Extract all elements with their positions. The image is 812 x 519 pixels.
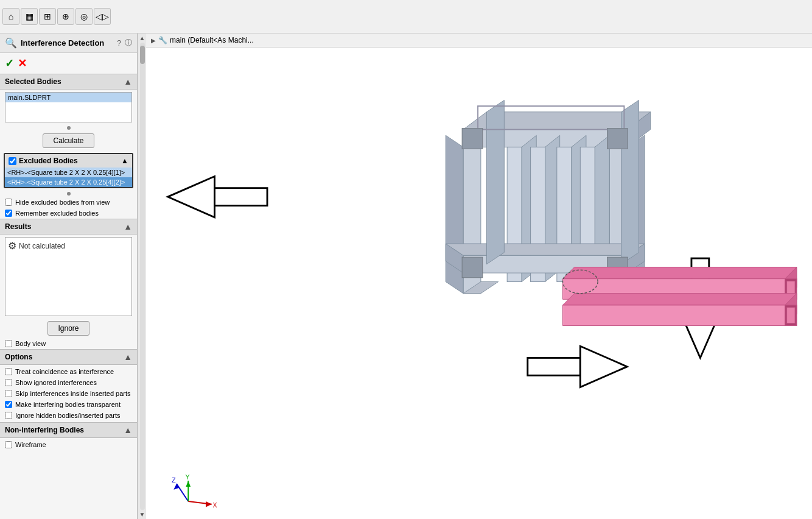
remember-excluded-row: Remember excluded bodies — [0, 208, 137, 219]
tree-expand-icon[interactable]: ▶ — [151, 37, 156, 44]
remember-excluded-label: Remember excluded bodies — [15, 210, 99, 217]
show-ignored-label: Show ignored interferences — [15, 379, 97, 386]
body-view-row: Body view — [0, 338, 137, 349]
scrollbar-down[interactable]: ▼ — [139, 511, 145, 518]
svg-rect-44 — [787, 308, 795, 323]
ignore-hidden-checkbox[interactable] — [5, 412, 12, 419]
toolbar-icon-grid[interactable]: ▦ — [21, 8, 38, 25]
make-interfering-label: Make interfering bodies transparent — [15, 401, 121, 408]
svg-marker-41 — [562, 305, 785, 326]
calculate-button[interactable]: Calculate — [43, 133, 94, 148]
panel-wrapper: 🔍 Interference Detection ? ⓘ ✓ ✕ Selecte… — [0, 34, 146, 519]
excluded-bodies-list[interactable]: <RH>-<Square tube 2 X 2 X 0.25[4][1]> <R… — [5, 168, 132, 187]
hide-excluded-row: Hide excluded bodies from view — [0, 197, 137, 208]
options-header: Options ▲ — [0, 349, 137, 365]
model-back-bar-left — [486, 101, 504, 264]
excluded-item-2[interactable]: <RH>-<Square tube 2 X 2 X 0.25[4][2]> — [5, 177, 132, 187]
help-icon[interactable]: ? — [117, 39, 121, 48]
svg-rect-3 — [528, 358, 581, 375]
top-toolbar: ⌂ ▦ ⊞ ⊕ ◎ ◁▷ — [0, 0, 812, 34]
reject-button[interactable]: ✕ — [18, 57, 27, 70]
results-title: Results — [5, 222, 31, 231]
excluded-collapse[interactable]: ▲ — [121, 157, 128, 165]
tree-label: main (Default<As Machi... — [170, 36, 254, 44]
show-ignored-checkbox[interactable] — [5, 379, 12, 386]
toolbar-icon-home[interactable]: ⌂ — [2, 8, 19, 25]
body-view-label: Body view — [15, 340, 46, 347]
toolbar-icon-crosshair[interactable]: ⊕ — [57, 8, 74, 25]
panel-icon: 🔍 — [5, 37, 17, 49]
excluded-item-1[interactable]: <RH>-<Square tube 2 X 2 X 0.25[4][1]> — [5, 168, 132, 177]
result-icon: ⚙ — [8, 240, 16, 252]
skip-interferences-row: Skip interferences inside inserted parts — [0, 388, 137, 399]
svg-marker-27 — [446, 244, 645, 255]
wireframe-checkbox[interactable] — [5, 441, 12, 448]
ignore-hidden-label: Ignore hidden bodies/inserted parts — [15, 412, 120, 419]
svg-marker-40 — [562, 294, 797, 305]
svg-rect-2 — [215, 188, 268, 206]
panel-header: 🔍 Interference Detection ? ⓘ — [0, 34, 137, 53]
treat-coincidence-label: Treat coincidence as interference — [15, 368, 114, 375]
svg-rect-32 — [607, 129, 628, 149]
ignore-button[interactable]: Ignore — [47, 321, 89, 336]
toolbar-icons: ⌂ ▦ ⊞ ⊕ ◎ ◁▷ — [2, 8, 111, 25]
svg-marker-28 — [486, 101, 504, 264]
non-interfering-title: Non-interfering Bodies — [5, 426, 84, 434]
options-title: Options — [5, 353, 32, 361]
excluded-bodies-header: Excluded Bodies ▲ — [5, 154, 132, 168]
options-section: Treat coincidence as interference Show i… — [0, 365, 137, 422]
hide-excluded-checkbox[interactable] — [5, 199, 12, 206]
toolbar-icon-circle[interactable]: ◎ — [75, 8, 93, 25]
selected-bodies-collapse[interactable]: ▲ — [124, 77, 132, 86]
svg-text:Y: Y — [185, 473, 189, 481]
toolbar-icon-arrows[interactable]: ◁▷ — [94, 8, 111, 25]
treat-coincidence-row: Treat coincidence as interference — [0, 366, 137, 377]
not-calculated: ⚙ Not calculated — [8, 240, 65, 252]
main-container: 🔍 Interference Detection ? ⓘ ✓ ✕ Selecte… — [0, 34, 812, 519]
wireframe-row: Wireframe — [0, 439, 137, 450]
scroll-dot — [67, 126, 71, 130]
skip-interferences-label: Skip interferences inside inserted parts — [15, 390, 131, 397]
treat-coincidence-checkbox[interactable] — [5, 368, 12, 375]
skip-interferences-checkbox[interactable] — [5, 390, 12, 397]
excluded-bodies-section: Excluded Bodies ▲ <RH>-<Square tube 2 X … — [4, 153, 133, 188]
svg-rect-33 — [462, 257, 483, 278]
excluded-checkbox[interactable] — [9, 157, 16, 165]
action-buttons: ✓ ✕ — [0, 53, 137, 74]
selected-bodies-header: Selected Bodies ▲ — [0, 74, 137, 90]
scrollbar-thumb[interactable] — [140, 46, 145, 64]
ignore-hidden-row: Ignore hidden bodies/inserted parts — [0, 410, 137, 421]
pink-tube-2 — [562, 294, 797, 326]
scroll-indicator-2 — [0, 191, 137, 197]
selected-body-item[interactable]: main.SLDPRT — [5, 93, 131, 102]
selected-bodies-list[interactable]: main.SLDPRT — [5, 92, 132, 122]
wireframe-label: Wireframe — [15, 441, 46, 448]
make-interfering-checkbox[interactable] — [5, 401, 12, 408]
results-collapse[interactable]: ▲ — [124, 222, 132, 231]
toolbar-icon-table[interactable]: ⊞ — [39, 8, 56, 25]
remember-excluded-checkbox[interactable] — [5, 210, 12, 217]
excluded-bodies-title: Excluded Bodies — [19, 157, 78, 165]
make-interfering-row: Make interfering bodies transparent — [0, 399, 137, 410]
svg-text:X: X — [213, 501, 217, 509]
viewport-3d: Z X Y — [146, 48, 812, 516]
scroll-dot-2 — [67, 192, 71, 196]
options-collapse[interactable]: ▲ — [124, 352, 132, 362]
model-svg: Z X Y — [146, 48, 812, 516]
tree-icon: 🔧 — [158, 36, 167, 44]
body-view-checkbox[interactable] — [5, 340, 12, 347]
non-interfering-collapse[interactable]: ▲ — [124, 425, 132, 435]
scrollbar-up[interactable]: ▲ — [139, 35, 145, 41]
svg-marker-35 — [562, 267, 797, 278]
left-panel: 🔍 Interference Detection ? ⓘ ✓ ✕ Selecte… — [0, 34, 138, 519]
svg-text:Z: Z — [172, 476, 176, 484]
non-interfering-section: Wireframe — [0, 438, 137, 451]
info-icon[interactable]: ⓘ — [125, 38, 132, 48]
accept-button[interactable]: ✓ — [5, 57, 14, 70]
non-interfering-header: Non-interfering Bodies ▲ — [0, 422, 137, 438]
svg-rect-31 — [462, 129, 483, 149]
hide-excluded-label: Hide excluded bodies from view — [15, 199, 110, 206]
panel-scrollbar: ▲ ▼ — [138, 34, 146, 519]
panel-title: Interference Detection — [21, 38, 113, 48]
scrollbar-track[interactable] — [140, 43, 145, 510]
